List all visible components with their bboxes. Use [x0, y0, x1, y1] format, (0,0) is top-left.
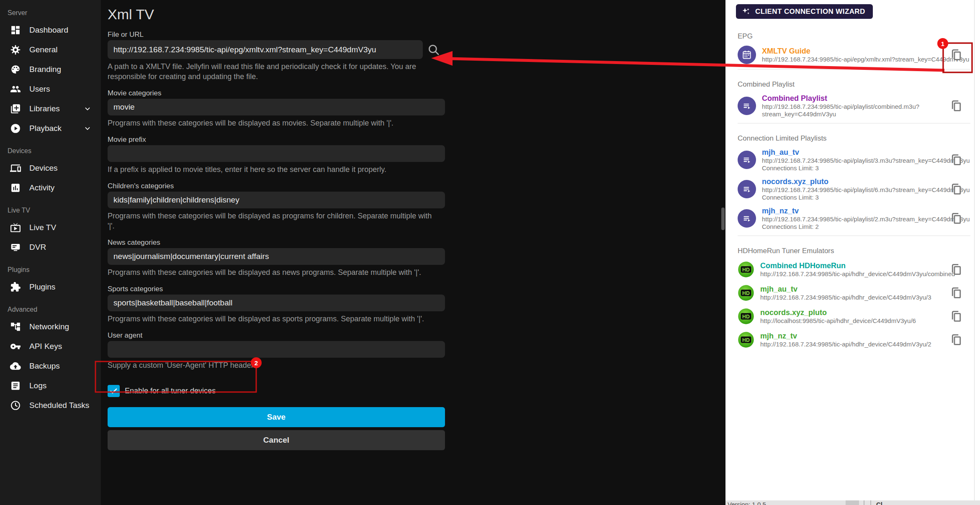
sidebar-item-logs[interactable]: Logs [0, 376, 101, 395]
sidebar-item-plugins[interactable]: Plugins [0, 277, 101, 297]
sidebar-item-networking[interactable]: Networking [0, 317, 101, 336]
save-button[interactable]: Save [108, 407, 445, 427]
svg-text:HD: HD [742, 290, 750, 296]
wizard-item-title[interactable]: Combined HDHomeRun [760, 261, 955, 270]
live-tv-icon [10, 222, 21, 233]
field-helper-text: Programs with these categories will be d… [108, 211, 434, 231]
copy-icon[interactable] [949, 211, 964, 226]
wizard-item-title[interactable]: XMLTV Guide [762, 46, 965, 56]
sidebar-item-dvr[interactable]: DVR [0, 237, 101, 257]
copy-icon[interactable] [949, 262, 964, 277]
sidebar-section-label-plugins: Plugins [0, 257, 101, 277]
copy-icon[interactable] [949, 98, 964, 113]
footer-divider [870, 500, 871, 505]
playlist-icon [738, 151, 756, 169]
wizard-item-title[interactable]: mjh_nz_tv [760, 331, 931, 341]
hd-icon: HD [738, 285, 754, 301]
sidebar-item-libraries[interactable]: Libraries [0, 99, 101, 118]
sidebar-item-live-tv[interactable]: Live TV [0, 218, 101, 237]
footer-divider [864, 500, 864, 505]
wizard-item-detail: http://192.168.7.234:9985/tic-api/epg/xm… [762, 56, 965, 63]
copy-icon[interactable] [949, 285, 964, 300]
main-scrollbar-thumb[interactable] [721, 208, 725, 230]
sidebar-section-label-advanced: Advanced [0, 297, 101, 317]
sports-categories-input[interactable] [108, 295, 445, 311]
movie-categories-input[interactable] [108, 99, 445, 115]
xmltv-settings-form: File or URLA path to a XMLTV file. Jelly… [108, 30, 445, 370]
page-title: Xml TV [108, 6, 445, 23]
children-s-categories-input[interactable] [108, 192, 445, 208]
wizard-scrollbar[interactable] [974, 0, 975, 505]
palette-icon [10, 64, 21, 75]
cancel-button[interactable]: Cancel [108, 430, 445, 450]
wizard-item-detail: http://192.168.7.234:9985/tic-api/hdhr_d… [760, 341, 931, 348]
wizard-item-detail: http://192.168.7.234:9985/tic-api/playli… [762, 103, 950, 118]
wizard-body: EPGXMLTV Guidehttp://192.168.7.234:9985/… [738, 19, 965, 349]
hd-icon: HD [738, 331, 754, 348]
field-helper-text: Programs with these categories will be d… [108, 267, 434, 277]
sidebar-item-devices[interactable]: Devices [0, 158, 101, 178]
field-helper-text: Programs with these categories will be d… [108, 314, 434, 324]
field-helper-text: Supply a custom 'User-Agent' HTTP header… [108, 360, 434, 370]
wizard-item-title[interactable]: nocords.xyz_pluto [760, 308, 916, 317]
wizard-section-header-combined-playlist: Combined Playlist [738, 80, 965, 89]
sidebar-item-activity[interactable]: Activity [0, 178, 101, 197]
wizard-item-nocords-xyz-pluto: HDnocords.xyz_plutohttp://localhost:9985… [738, 307, 965, 326]
sidebar-section-label-live-tv: Live TV [0, 197, 101, 218]
key-icon [10, 341, 21, 352]
sidebar-item-dashboard[interactable]: Dashboard [0, 20, 101, 40]
field-movie-categories: Movie categoriesPrograms with these cate… [108, 89, 445, 128]
network-icon [10, 321, 21, 332]
sidebar-item-backups[interactable]: Backups [0, 356, 101, 376]
footer-text-fragment: Cl [876, 501, 882, 505]
wizard-item-xmltv-guide: XMLTV Guidehttp://192.168.7.234:9985/tic… [738, 46, 965, 64]
sidebar-item-users[interactable]: Users [0, 79, 101, 99]
cloud-upload-icon [10, 361, 21, 372]
wizard-item-mjh-nz-tv: mjh_nz_tvhttp://192.168.7.234:9985/tic-a… [738, 206, 965, 231]
field-user-agent: User agentSupply a custom 'User-Agent' H… [108, 331, 445, 370]
section-divider [738, 236, 970, 236]
sidebar-item-branding[interactable]: Branding [0, 59, 101, 79]
wizard-item-detail: http://192.168.7.234:9985/tic-api/playli… [762, 215, 965, 223]
wizard-section-header-epg: EPG [738, 32, 965, 41]
wizard-item-detail: http://192.168.7.234:9985/tic-api/playli… [762, 186, 965, 194]
wizard-item-title[interactable]: mjh_au_tv [762, 148, 965, 157]
search-icon[interactable] [427, 43, 441, 57]
copy-icon[interactable] [949, 182, 964, 197]
wizard-section-header-connection-limited-playlists: Connection Limited Playlists [738, 134, 965, 143]
sidebar-item-label: Users [29, 85, 50, 94]
sidebar-item-api-keys[interactable]: API Keys [0, 336, 101, 356]
enable-all-tuners-checkbox[interactable] [108, 385, 120, 397]
sidebar-item-general[interactable]: General [0, 40, 101, 59]
user-agent-input[interactable] [108, 341, 445, 358]
field-label: Children's categories [108, 182, 445, 191]
gear-icon [10, 44, 21, 55]
wizard-item-title[interactable]: mjh_au_tv [760, 285, 931, 294]
wizard-item-detail: http://192.168.7.234:9985/tic-api/playli… [762, 157, 965, 164]
file-or-url-input[interactable] [108, 40, 423, 59]
wizard-item-mjh-au-tv: HDmjh_au_tvhttp://192.168.7.234:9985/tic… [738, 284, 965, 302]
field-label: Sports categories [108, 285, 445, 294]
sidebar-item-label: General [29, 45, 58, 54]
field-label: Movie prefix [108, 135, 445, 144]
logs-icon [10, 380, 21, 391]
calendar-icon [738, 46, 756, 64]
checkmark-icon [109, 386, 118, 396]
copy-icon[interactable] [949, 332, 964, 347]
wizard-item-title[interactable]: nocords.xyz_pluto [762, 177, 965, 186]
copy-icon[interactable] [949, 152, 964, 167]
libraries-icon [10, 103, 21, 114]
copy-icon[interactable] [949, 309, 964, 324]
hd-icon: HD [738, 261, 754, 278]
users-icon [10, 84, 21, 95]
wizard-item-title[interactable]: mjh_nz_tv [762, 206, 965, 215]
wizard-item-detail: Connections Limit: 2 [762, 223, 965, 231]
wizard-item-title[interactable]: Combined Playlist [762, 94, 950, 103]
sidebar-item-scheduled-tasks[interactable]: Scheduled Tasks [0, 395, 101, 415]
copy-icon[interactable] [949, 47, 964, 62]
movie-prefix-input[interactable] [108, 145, 445, 162]
client-connection-wizard-button[interactable]: CLIENT CONNECTION WIZARD [736, 4, 873, 19]
news-categories-input[interactable] [108, 248, 445, 265]
sidebar-item-playback[interactable]: Playback [0, 118, 101, 138]
sidebar-item-label: Devices [29, 164, 58, 173]
